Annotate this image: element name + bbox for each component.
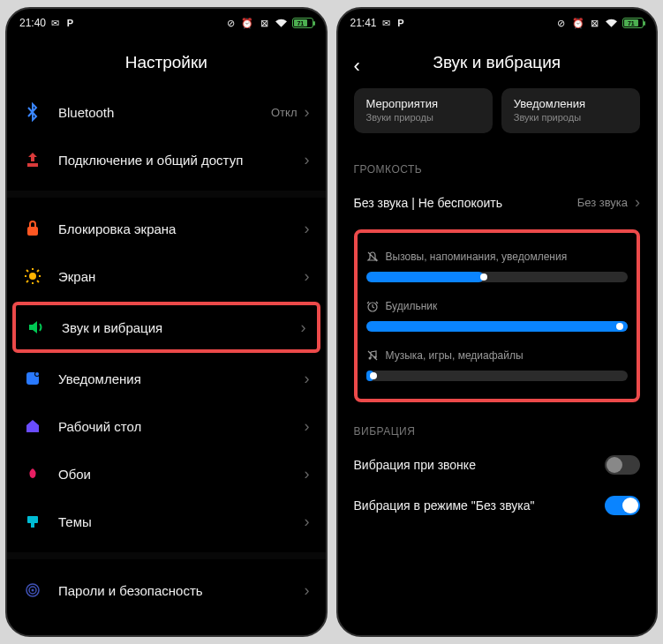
svg-point-17 [32, 589, 34, 592]
item-passwords-security[interactable]: Пароли и безопасность › [7, 566, 326, 614]
mail-icon: ✉ [380, 18, 392, 29]
bluetooth-icon [23, 102, 42, 122]
item-lock-screen[interactable]: Блокировка экрана › [7, 205, 326, 252]
battery-icon: 71 [292, 18, 313, 28]
chevron-right-icon: › [305, 465, 310, 483]
item-notifications[interactable]: Уведомления › [7, 355, 326, 402]
status-time: 21:41 [350, 17, 377, 29]
wifi-icon [606, 18, 617, 29]
svg-line-9 [26, 281, 28, 282]
sound-icon [26, 318, 46, 337]
svg-point-19 [368, 357, 371, 360]
home-icon [23, 416, 42, 436]
share-icon [23, 150, 42, 169]
bell-off-icon [366, 251, 379, 263]
chevron-right-icon: › [305, 103, 310, 122]
switch[interactable] [605, 496, 640, 515]
profile-notifications[interactable]: Уведомления Звуки природы [501, 88, 640, 133]
chevron-right-icon: › [305, 581, 310, 600]
slider-track[interactable] [366, 321, 629, 332]
box-icon: ⊠ [589, 18, 600, 29]
highlight-volume-sliders: Вызовы, напоминания, уведомления Будильн… [354, 229, 641, 402]
section-vibration: ВИБРАЦИЯ [338, 409, 657, 445]
box-icon: ⊠ [259, 18, 270, 29]
page-title: Настройки [7, 53, 326, 72]
battery-icon: 71 [622, 18, 644, 28]
status-bar: 21:40 ✉ P ⊘ ⏰ ⊠ 71 [7, 9, 326, 34]
row-silent-dnd[interactable]: Без звука | Не беспокоить Без звука › [338, 183, 657, 222]
section-volume: ГРОМКОСТЬ [338, 147, 657, 183]
slider-track[interactable] [366, 371, 629, 381]
notification-icon [23, 369, 42, 388]
svg-point-12 [35, 372, 39, 376]
fingerprint-icon [23, 580, 42, 600]
svg-line-8 [37, 270, 39, 272]
slider-track[interactable] [366, 272, 629, 282]
sound-settings-content[interactable]: Мероприятия Звуки природы Уведомления Зв… [338, 88, 657, 635]
slider-media[interactable]: Музыка, игры, медиафайлы [366, 349, 629, 381]
chevron-right-icon: › [305, 370, 310, 388]
switch[interactable] [605, 455, 640, 475]
wifi-icon [275, 18, 287, 29]
chevron-right-icon: › [635, 193, 640, 212]
slider-ringtone[interactable]: Вызовы, напоминания, уведомления [366, 251, 629, 282]
svg-line-6 [26, 270, 28, 272]
svg-rect-13 [27, 516, 38, 523]
p-icon: P [396, 18, 407, 29]
sound-header: ‹ Звук и вибрация [338, 34, 657, 88]
svg-point-1 [29, 273, 36, 280]
item-display[interactable]: Экран › [7, 252, 326, 300]
sound-profiles: Мероприятия Звуки природы Уведомления Зв… [338, 88, 657, 147]
status-time: 21:40 [19, 17, 46, 29]
chevron-right-icon: › [301, 318, 306, 337]
chevron-right-icon: › [305, 220, 310, 238]
profile-events[interactable]: Мероприятия Звуки природы [354, 88, 493, 133]
item-bluetooth[interactable]: Bluetooth Откл › [7, 88, 326, 136]
item-home-screen[interactable]: Рабочий стол › [7, 402, 326, 450]
item-themes[interactable]: Темы › [7, 498, 326, 545]
svg-rect-14 [31, 523, 34, 528]
divider [7, 552, 326, 559]
alarm-icon: ⏰ [242, 18, 253, 29]
svg-point-20 [373, 356, 376, 359]
chevron-right-icon: › [305, 417, 310, 436]
toggle-vibrate-ring[interactable]: Вибрация при звонке [338, 445, 657, 485]
toggle-vibrate-silent[interactable]: Вибрация в режиме "Без звука" [338, 485, 657, 526]
sun-icon [23, 266, 42, 286]
wallpaper-icon [23, 464, 42, 483]
svg-line-7 [37, 281, 39, 282]
status-bar: 21:41 ✉ P ⊘ ⏰ ⊠ 71 [338, 9, 657, 34]
chevron-right-icon: › [305, 513, 310, 531]
page-title: Звук и вибрация [338, 53, 657, 72]
svg-rect-0 [27, 227, 38, 236]
item-connection-sharing[interactable]: Подключение и общий доступ › [7, 136, 326, 183]
settings-list[interactable]: Bluetooth Откл › Подключение и общий дос… [7, 88, 326, 635]
mail-icon: ✉ [49, 18, 61, 29]
divider [7, 191, 326, 198]
chevron-right-icon: › [305, 151, 310, 169]
theme-icon [23, 512, 42, 531]
settings-header: Настройки [7, 34, 326, 88]
phone-left: 21:40 ✉ P ⊘ ⏰ ⊠ 71 Настройки Bluetooth О… [5, 7, 328, 637]
item-wallpaper[interactable]: Обои › [7, 450, 326, 498]
chevron-right-icon: › [305, 267, 310, 286]
back-button[interactable]: ‹ [354, 55, 360, 78]
slider-alarm[interactable]: Будильник [366, 300, 629, 332]
item-sound-vibration[interactable]: Звук и вибрация › [16, 305, 317, 349]
music-off-icon [366, 349, 379, 362]
highlight-sound-vibration: Звук и вибрация › [12, 302, 320, 353]
alarm-icon [366, 300, 379, 312]
dnd-icon: ⊘ [555, 18, 567, 29]
dnd-icon: ⊘ [225, 18, 237, 29]
p-icon: P [64, 18, 76, 29]
lock-icon [23, 219, 42, 238]
phone-right: 21:41 ✉ P ⊘ ⏰ ⊠ 71 ‹ Звук и вибрация Мер… [336, 7, 659, 637]
alarm-icon: ⏰ [572, 18, 584, 29]
